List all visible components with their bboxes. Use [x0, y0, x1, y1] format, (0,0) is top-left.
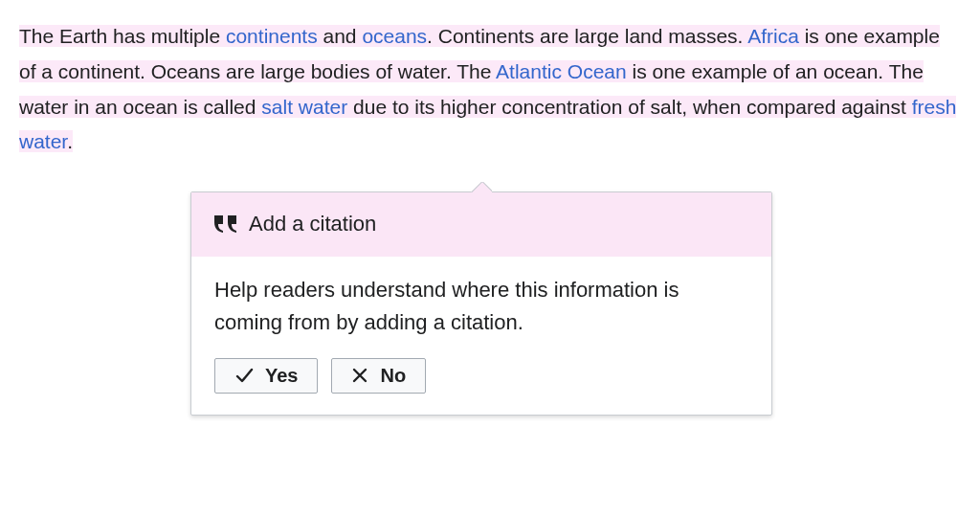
- no-button[interactable]: No: [331, 358, 426, 394]
- quote-icon: [212, 214, 239, 235]
- highlighted-paragraph[interactable]: The Earth has multiple continents and oc…: [19, 25, 956, 152]
- no-label: No: [380, 365, 406, 387]
- text-span: due to its higher concentration of salt,…: [347, 96, 912, 118]
- text-span: and: [318, 25, 363, 47]
- text-span: The Earth has multiple: [19, 25, 226, 47]
- wiki-link[interactable]: Atlantic Ocean: [496, 60, 627, 82]
- yes-button[interactable]: Yes: [214, 358, 318, 394]
- text-span: . Continents are large land masses.: [427, 25, 747, 47]
- wiki-link[interactable]: salt water: [261, 96, 347, 118]
- popover-title: Add a citation: [249, 206, 376, 243]
- popover-notch: [471, 182, 492, 192]
- article-content: The Earth has multiple continents and oc…: [0, 0, 980, 160]
- citation-popover: Add a citation Help readers understand w…: [190, 191, 772, 416]
- popover-body-text: Help readers understand where this infor…: [191, 257, 771, 345]
- citation-popover-container: Add a citation Help readers understand w…: [190, 191, 772, 416]
- popover-header: Add a citation: [191, 192, 771, 257]
- wiki-link[interactable]: continents: [226, 25, 318, 47]
- check-icon: [234, 366, 254, 385]
- text-span: .: [67, 130, 73, 152]
- wiki-link[interactable]: Africa: [747, 25, 799, 47]
- popover-actions: Yes No: [191, 345, 771, 415]
- close-icon: [351, 367, 368, 384]
- yes-label: Yes: [265, 365, 298, 387]
- wiki-link[interactable]: oceans: [362, 25, 427, 47]
